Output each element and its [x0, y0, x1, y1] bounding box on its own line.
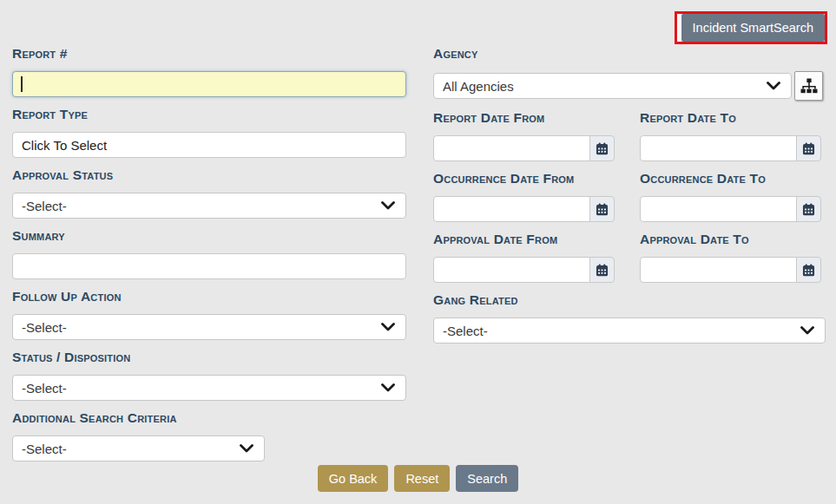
approval-status-select[interactable]: -Select- [12, 193, 406, 219]
agency-value: All Agencies [443, 79, 514, 94]
text-caret [21, 76, 23, 92]
chevron-down-icon [381, 323, 395, 331]
report-date-from-calendar-button[interactable] [589, 135, 615, 161]
right-column: Agency All Agencies Repo [433, 47, 826, 354]
occurrence-date-from-calendar-button[interactable] [589, 196, 615, 222]
follow-up-action-value: -Select- [22, 320, 67, 335]
chevron-down-icon [381, 383, 395, 392]
reset-button[interactable]: Reset [394, 465, 450, 492]
search-button[interactable]: Search [456, 465, 518, 492]
approval-date-from-calendar-button[interactable] [589, 257, 615, 283]
field-agency: Agency All Agencies [433, 47, 826, 101]
follow-up-action-label: Follow Up Action [12, 290, 406, 304]
follow-up-action-select[interactable]: -Select- [12, 314, 406, 340]
left-column: Report # Report Type Approval Status -Se… [12, 47, 406, 472]
report-type-label: Report Type [12, 108, 406, 121]
field-report-type: Report Type [12, 108, 406, 158]
chevron-down-icon [381, 201, 395, 210]
agency-select[interactable]: All Agencies [433, 73, 792, 99]
report-number-input-wrap [12, 71, 406, 97]
summary-label: Summary [12, 229, 406, 243]
occurrence-date-to-group [640, 196, 821, 222]
calendar-icon [802, 203, 815, 216]
field-report-number: Report # [12, 47, 406, 97]
action-button-bar: Go Back Reset Search [0, 465, 836, 492]
report-date-from-input[interactable] [433, 135, 590, 161]
sitemap-icon [800, 78, 818, 94]
chevron-down-icon [240, 444, 253, 453]
approval-date-to-calendar-button[interactable] [796, 257, 821, 283]
incident-smartsearch-button[interactable]: Incident SmartSearch [681, 14, 825, 42]
field-occurrence-date-to: Occurrence Date To [640, 172, 821, 222]
report-date-from-label: Report Date From [433, 111, 615, 125]
row-approval-dates: Approval Date From Approva [433, 232, 826, 283]
additional-search-criteria-value: -Select- [22, 442, 67, 456]
field-approval-date-from: Approval Date From [433, 232, 615, 283]
status-disposition-value: -Select- [22, 381, 67, 396]
occurrence-date-from-input[interactable] [433, 196, 590, 222]
agency-label: Agency [433, 47, 826, 61]
approval-date-to-label: Approval Date To [640, 232, 821, 246]
additional-search-criteria-label: Additional Search Criteria [12, 411, 406, 425]
report-date-to-calendar-button[interactable] [796, 135, 821, 161]
occurrence-date-from-label: Occurrence Date From [433, 172, 615, 186]
gang-related-select[interactable]: -Select- [433, 317, 826, 344]
field-report-date-to: Report Date To [640, 111, 821, 161]
gang-related-label: Gang Related [433, 293, 826, 307]
go-back-button[interactable]: Go Back [318, 465, 389, 492]
row-report-dates: Report Date From Report Da [433, 111, 826, 161]
calendar-icon [596, 142, 609, 155]
additional-search-criteria-select[interactable]: -Select- [12, 435, 265, 461]
chevron-down-icon [800, 326, 814, 335]
field-approval-date-to: Approval Date To [640, 232, 821, 283]
approval-date-from-group [433, 257, 615, 283]
status-disposition-label: Status / Disposition [12, 350, 406, 364]
calendar-icon [802, 264, 815, 277]
calendar-icon [596, 203, 609, 216]
calendar-icon [596, 264, 609, 277]
report-date-to-group [640, 135, 821, 161]
approval-date-to-group [640, 257, 821, 283]
chevron-down-icon [767, 82, 780, 90]
field-approval-status: Approval Status -Select- [12, 168, 406, 219]
gang-related-value: -Select- [443, 324, 488, 338]
approval-status-label: Approval Status [12, 168, 406, 182]
report-date-to-input[interactable] [640, 135, 797, 161]
agency-hierarchy-button[interactable] [794, 71, 823, 101]
summary-input[interactable] [12, 253, 406, 279]
field-gang-related: Gang Related -Select- [433, 293, 826, 344]
field-status-disposition: Status / Disposition -Select- [12, 350, 406, 401]
agency-row: All Agencies [433, 71, 826, 101]
report-date-from-group [433, 135, 615, 161]
status-disposition-select[interactable]: -Select- [12, 375, 406, 401]
field-additional-search-criteria: Additional Search Criteria -Select- [12, 411, 406, 461]
field-follow-up-action: Follow Up Action -Select- [12, 290, 406, 340]
report-number-input[interactable] [12, 71, 406, 97]
smartsearch-highlight-box: Incident SmartSearch [675, 11, 827, 44]
row-occurrence-dates: Occurrence Date From Occur [433, 172, 826, 222]
calendar-icon [802, 142, 815, 155]
approval-status-value: -Select- [22, 199, 67, 213]
report-type-input[interactable] [12, 132, 406, 158]
occurrence-date-to-input[interactable] [640, 196, 797, 222]
approval-date-from-input[interactable] [433, 257, 590, 283]
field-occurrence-date-from: Occurrence Date From [433, 172, 615, 222]
occurrence-date-to-calendar-button[interactable] [796, 196, 821, 222]
report-date-to-label: Report Date To [640, 111, 821, 125]
occurrence-date-from-group [433, 196, 615, 222]
approval-date-from-label: Approval Date From [433, 232, 615, 246]
field-report-date-from: Report Date From [433, 111, 615, 161]
approval-date-to-input[interactable] [640, 257, 797, 283]
field-summary: Summary [12, 229, 406, 279]
report-number-label: Report # [12, 47, 406, 61]
occurrence-date-to-label: Occurrence Date To [640, 172, 821, 186]
